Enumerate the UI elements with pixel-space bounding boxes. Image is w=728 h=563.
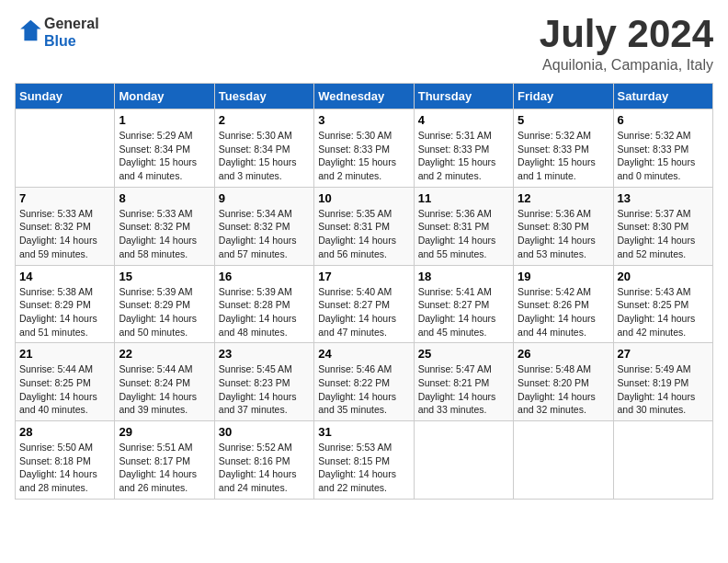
calendar-cell bbox=[414, 421, 513, 500]
day-info: Sunrise: 5:36 AM Sunset: 8:31 PM Dayligh… bbox=[418, 207, 509, 261]
day-info: Sunrise: 5:37 AM Sunset: 8:30 PM Dayligh… bbox=[618, 207, 709, 261]
day-number: 20 bbox=[618, 270, 709, 283]
day-info: Sunrise: 5:36 AM Sunset: 8:30 PM Dayligh… bbox=[518, 207, 609, 261]
calendar-cell: 25Sunrise: 5:47 AM Sunset: 8:21 PM Dayli… bbox=[414, 343, 513, 421]
calendar-cell: 4Sunrise: 5:31 AM Sunset: 8:33 PM Daylig… bbox=[414, 109, 513, 188]
calendar-cell: 8Sunrise: 5:33 AM Sunset: 8:32 PM Daylig… bbox=[115, 187, 214, 265]
calendar-cell: 27Sunrise: 5:49 AM Sunset: 8:19 PM Dayli… bbox=[613, 343, 712, 421]
day-info: Sunrise: 5:45 AM Sunset: 8:23 PM Dayligh… bbox=[219, 362, 310, 417]
calendar-cell: 2Sunrise: 5:30 AM Sunset: 8:34 PM Daylig… bbox=[214, 109, 313, 188]
day-info: Sunrise: 5:40 AM Sunset: 8:27 PM Dayligh… bbox=[318, 285, 409, 339]
weekday-header-saturday: Saturday bbox=[613, 84, 712, 109]
day-number: 16 bbox=[219, 270, 310, 283]
day-number: 2 bbox=[219, 113, 310, 127]
svg-marker-0 bbox=[20, 20, 40, 40]
month-title: July 2024 bbox=[540, 15, 713, 53]
calendar-cell: 5Sunrise: 5:32 AM Sunset: 8:33 PM Daylig… bbox=[514, 109, 613, 188]
weekday-header-sunday: Sunday bbox=[16, 84, 115, 109]
day-number: 10 bbox=[318, 191, 409, 205]
day-number: 8 bbox=[119, 191, 210, 205]
calendar-cell: 30Sunrise: 5:52 AM Sunset: 8:16 PM Dayli… bbox=[214, 421, 313, 500]
day-info: Sunrise: 5:51 AM Sunset: 8:17 PM Dayligh… bbox=[119, 441, 210, 495]
day-info: Sunrise: 5:38 AM Sunset: 8:29 PM Dayligh… bbox=[19, 285, 110, 339]
day-number: 7 bbox=[19, 191, 110, 205]
weekday-header-tuesday: Tuesday bbox=[214, 84, 313, 109]
calendar-cell: 13Sunrise: 5:37 AM Sunset: 8:30 PM Dayli… bbox=[613, 187, 712, 265]
calendar-cell bbox=[514, 421, 613, 500]
day-number: 12 bbox=[518, 191, 609, 205]
day-number: 23 bbox=[219, 347, 310, 361]
day-info: Sunrise: 5:41 AM Sunset: 8:27 PM Dayligh… bbox=[418, 285, 509, 339]
location-title: Aquilonia, Campania, Italy bbox=[540, 57, 713, 74]
day-number: 28 bbox=[19, 425, 110, 439]
calendar-cell: 28Sunrise: 5:50 AM Sunset: 8:18 PM Dayli… bbox=[16, 421, 115, 500]
logo-general: General bbox=[44, 15, 99, 32]
calendar-header-row: SundayMondayTuesdayWednesdayThursdayFrid… bbox=[16, 84, 713, 109]
day-number: 18 bbox=[418, 270, 509, 283]
calendar-week-3: 14Sunrise: 5:38 AM Sunset: 8:29 PM Dayli… bbox=[16, 265, 713, 343]
day-number: 14 bbox=[19, 270, 110, 283]
day-info: Sunrise: 5:44 AM Sunset: 8:25 PM Dayligh… bbox=[19, 362, 110, 417]
calendar-cell: 11Sunrise: 5:36 AM Sunset: 8:31 PM Dayli… bbox=[414, 187, 513, 265]
day-info: Sunrise: 5:47 AM Sunset: 8:21 PM Dayligh… bbox=[418, 362, 509, 417]
calendar-table: SundayMondayTuesdayWednesdayThursdayFrid… bbox=[15, 83, 713, 500]
day-info: Sunrise: 5:39 AM Sunset: 8:28 PM Dayligh… bbox=[219, 285, 310, 339]
calendar-week-5: 28Sunrise: 5:50 AM Sunset: 8:18 PM Dayli… bbox=[16, 421, 713, 500]
day-info: Sunrise: 5:33 AM Sunset: 8:32 PM Dayligh… bbox=[19, 207, 110, 261]
day-info: Sunrise: 5:46 AM Sunset: 8:22 PM Dayligh… bbox=[318, 362, 409, 417]
title-block: July 2024 Aquilonia, Campania, Italy bbox=[540, 15, 713, 74]
day-info: Sunrise: 5:35 AM Sunset: 8:31 PM Dayligh… bbox=[318, 207, 409, 261]
day-number: 13 bbox=[618, 191, 709, 205]
calendar-cell: 3Sunrise: 5:30 AM Sunset: 8:33 PM Daylig… bbox=[314, 109, 414, 188]
calendar-cell: 21Sunrise: 5:44 AM Sunset: 8:25 PM Dayli… bbox=[16, 343, 115, 421]
weekday-header-friday: Friday bbox=[514, 84, 613, 109]
day-info: Sunrise: 5:30 AM Sunset: 8:34 PM Dayligh… bbox=[219, 129, 310, 183]
day-number: 17 bbox=[318, 270, 409, 283]
calendar-week-2: 7Sunrise: 5:33 AM Sunset: 8:32 PM Daylig… bbox=[16, 187, 713, 265]
day-number: 19 bbox=[518, 270, 609, 283]
day-info: Sunrise: 5:53 AM Sunset: 8:15 PM Dayligh… bbox=[318, 441, 409, 495]
calendar-cell: 20Sunrise: 5:43 AM Sunset: 8:25 PM Dayli… bbox=[613, 265, 712, 343]
day-number: 21 bbox=[19, 347, 110, 361]
calendar-cell: 19Sunrise: 5:42 AM Sunset: 8:26 PM Dayli… bbox=[514, 265, 613, 343]
day-info: Sunrise: 5:32 AM Sunset: 8:33 PM Dayligh… bbox=[518, 129, 609, 183]
day-number: 15 bbox=[119, 270, 210, 283]
logo-icon bbox=[17, 17, 42, 43]
day-info: Sunrise: 5:30 AM Sunset: 8:33 PM Dayligh… bbox=[318, 129, 409, 183]
day-number: 5 bbox=[518, 113, 609, 127]
calendar-cell bbox=[16, 109, 115, 188]
day-number: 26 bbox=[518, 347, 609, 361]
day-number: 24 bbox=[318, 347, 409, 361]
day-number: 27 bbox=[618, 347, 709, 361]
calendar-cell: 7Sunrise: 5:33 AM Sunset: 8:32 PM Daylig… bbox=[16, 187, 115, 265]
day-number: 1 bbox=[119, 113, 210, 127]
day-number: 3 bbox=[318, 113, 409, 127]
weekday-header-wednesday: Wednesday bbox=[314, 84, 414, 109]
calendar-cell: 31Sunrise: 5:53 AM Sunset: 8:15 PM Dayli… bbox=[314, 421, 414, 500]
calendar-cell: 23Sunrise: 5:45 AM Sunset: 8:23 PM Dayli… bbox=[214, 343, 313, 421]
weekday-header-monday: Monday bbox=[115, 84, 214, 109]
calendar-cell: 29Sunrise: 5:51 AM Sunset: 8:17 PM Dayli… bbox=[115, 421, 214, 500]
day-number: 25 bbox=[418, 347, 509, 361]
day-info: Sunrise: 5:49 AM Sunset: 8:19 PM Dayligh… bbox=[618, 362, 709, 417]
calendar-week-1: 1Sunrise: 5:29 AM Sunset: 8:34 PM Daylig… bbox=[16, 109, 713, 188]
calendar-cell: 6Sunrise: 5:32 AM Sunset: 8:33 PM Daylig… bbox=[613, 109, 712, 188]
day-number: 29 bbox=[119, 425, 210, 439]
day-number: 22 bbox=[119, 347, 210, 361]
day-number: 4 bbox=[418, 113, 509, 127]
day-number: 31 bbox=[318, 425, 409, 439]
day-info: Sunrise: 5:34 AM Sunset: 8:32 PM Dayligh… bbox=[219, 207, 310, 261]
day-info: Sunrise: 5:33 AM Sunset: 8:32 PM Dayligh… bbox=[119, 207, 210, 261]
day-info: Sunrise: 5:43 AM Sunset: 8:25 PM Dayligh… bbox=[618, 285, 709, 339]
day-info: Sunrise: 5:39 AM Sunset: 8:29 PM Dayligh… bbox=[119, 285, 210, 339]
calendar-cell: 22Sunrise: 5:44 AM Sunset: 8:24 PM Dayli… bbox=[115, 343, 214, 421]
day-number: 6 bbox=[618, 113, 709, 127]
calendar-cell: 16Sunrise: 5:39 AM Sunset: 8:28 PM Dayli… bbox=[214, 265, 313, 343]
day-info: Sunrise: 5:44 AM Sunset: 8:24 PM Dayligh… bbox=[119, 362, 210, 417]
day-number: 9 bbox=[219, 191, 310, 205]
calendar-cell: 10Sunrise: 5:35 AM Sunset: 8:31 PM Dayli… bbox=[314, 187, 414, 265]
day-number: 30 bbox=[219, 425, 310, 439]
logo-blue: Blue bbox=[44, 32, 99, 50]
calendar-cell: 26Sunrise: 5:48 AM Sunset: 8:20 PM Dayli… bbox=[514, 343, 613, 421]
calendar-cell: 9Sunrise: 5:34 AM Sunset: 8:32 PM Daylig… bbox=[214, 187, 313, 265]
